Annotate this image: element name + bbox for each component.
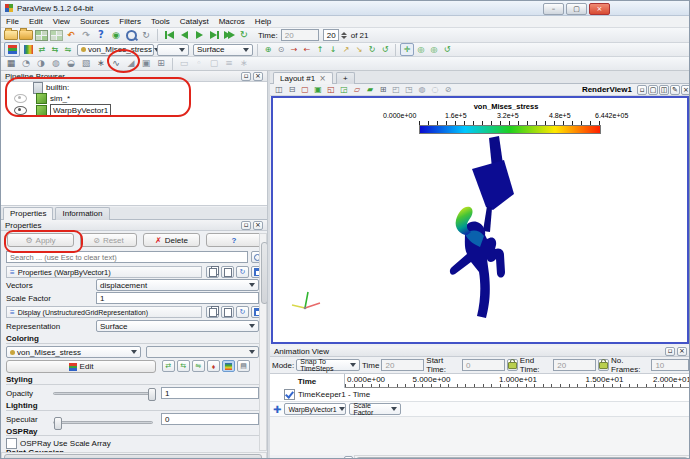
glyph-filter-icon[interactable]: ∗ [94, 57, 108, 70]
help-icon[interactable]: ? [94, 29, 108, 42]
reload-icon[interactable]: ↻ [139, 29, 153, 42]
choose-preset-icon[interactable]: ♦ [207, 360, 220, 372]
view-undock-icon[interactable]: ▫ [637, 85, 647, 95]
delete-button[interactable]: ✗Delete [143, 233, 200, 247]
view-minus-y-icon[interactable]: ↓ [327, 44, 339, 55]
view-close-icon[interactable]: × [681, 85, 690, 95]
paste-display-icon[interactable] [221, 306, 234, 318]
first-frame-button[interactable] [162, 29, 176, 42]
rescale-visible-icon[interactable]: ⇋ [192, 360, 205, 372]
tab-properties[interactable]: Properties [3, 207, 53, 220]
extract-subset-filter-icon[interactable]: ▧ [79, 57, 93, 70]
menu-file[interactable]: File [1, 16, 24, 28]
menu-help[interactable]: Help [250, 16, 276, 28]
copy-properties-icon[interactable] [206, 266, 219, 278]
view-minus-x-icon[interactable]: ← [301, 44, 313, 55]
specular-field[interactable]: 0 [161, 413, 259, 425]
menu-tools[interactable]: Tools [146, 16, 175, 28]
split-horizontal-icon[interactable]: ◫ [273, 84, 285, 95]
last-frame-button[interactable] [222, 29, 236, 42]
close-tab-icon[interactable]: × [319, 74, 326, 83]
frame-spin-arrows[interactable] [341, 32, 347, 39]
keyframe-property-combo[interactable]: Scale Factor [349, 403, 401, 415]
edit-colormap-button[interactable]: Edit [6, 360, 156, 373]
slice-filter-icon[interactable]: ◍ [49, 57, 63, 70]
select-polygon-cells-icon[interactable]: ▱ [351, 84, 363, 95]
pipeline-item-warpbyvector[interactable]: WarpByVector1 [1, 104, 267, 116]
group-datasets-filter-icon[interactable]: ▣ [139, 57, 153, 70]
render-view[interactable]: von_Mises_stress 0.000e+00 1.6e+5 3.2e+5… [271, 96, 689, 344]
extract-block-filter-icon[interactable]: ⊞ [154, 57, 168, 70]
close-panel-icon[interactable]: × [677, 347, 687, 356]
loop-button[interactable]: ↻ [237, 29, 251, 42]
undock-panel-icon[interactable]: ▫ [241, 221, 251, 230]
scroll-close-icon[interactable]: × [344, 456, 353, 459]
keyframe-source-combo[interactable]: WarpByVector1 [284, 403, 346, 415]
contour-filter-icon[interactable]: ◔ [19, 57, 33, 70]
color-component-combo[interactable] [157, 44, 189, 56]
reset-camera-icon[interactable]: ⊕ [262, 44, 274, 55]
auto-apply-icon[interactable]: ◉ [109, 29, 123, 42]
track-row-timekeeper[interactable]: TimeKeeper1 - Time [270, 388, 690, 402]
time-value-field[interactable]: 20 [281, 29, 319, 41]
menu-view[interactable]: View [48, 16, 75, 28]
stream-tracer-filter-icon[interactable]: ∿ [109, 57, 123, 70]
reset-defaults-icon[interactable]: ↻ [236, 266, 249, 278]
view-maximize-icon[interactable]: ▢ [648, 85, 658, 95]
color-map-editor-icon[interactable] [4, 42, 20, 57]
maximize-button[interactable]: ▢ [566, 3, 587, 15]
visibility-eye-icon[interactable] [14, 106, 27, 115]
menu-macros[interactable]: Macros [214, 16, 250, 28]
select-surface-points-icon[interactable]: ▣ [312, 84, 324, 95]
menu-sources[interactable]: Sources [75, 16, 114, 28]
calculator-filter-icon[interactable]: ▦ [4, 57, 18, 70]
interactive-select-icon[interactable]: ∗ [237, 57, 251, 70]
coloring-component-combo[interactable] [146, 346, 259, 358]
rotate-90-cw-icon[interactable]: ↻ [366, 44, 378, 55]
vectors-combo[interactable]: displacement [96, 279, 259, 291]
new-layout-tab[interactable]: + [336, 72, 355, 84]
interactive-select-cells-icon[interactable]: ◰ [390, 84, 402, 95]
view-plus-y-icon[interactable]: ↑ [314, 44, 326, 55]
specular-slider[interactable] [53, 421, 153, 424]
pipeline-item-sim[interactable]: sim_* [1, 93, 267, 104]
camera-link-icon[interactable]: ◎ [428, 44, 440, 55]
show-color-legend-icon[interactable] [222, 360, 235, 372]
save-data-icon[interactable] [19, 29, 33, 42]
properties-h-scrollbar[interactable] [1, 452, 267, 459]
add-track-icon[interactable]: ✚ [273, 404, 281, 415]
view-plus-z-icon[interactable]: ↗ [340, 44, 352, 55]
undock-panel-icon[interactable]: ▫ [665, 347, 675, 356]
close-panel-icon[interactable]: × [253, 221, 263, 230]
tab-information[interactable]: Information [55, 207, 109, 220]
select-surface-cells-icon[interactable]: ▢ [299, 84, 311, 95]
properties-group-header[interactable]: ≡ Properties (WarpByVector1) [6, 266, 202, 278]
frame-spinbox[interactable]: 20 [323, 29, 339, 41]
opacity-slider[interactable] [53, 392, 153, 395]
select-frustum-points-icon[interactable]: ◲ [338, 84, 350, 95]
lock-start-icon[interactable] [507, 359, 518, 371]
clear-selection-icon[interactable]: ⊘ [442, 84, 454, 95]
view-split-icon[interactable]: ◫ [659, 85, 669, 95]
rescale-custom-icon[interactable]: ⇆ [177, 360, 190, 372]
pipeline-item-rename-box[interactable]: WarpByVector1 [50, 104, 111, 116]
coloring-array-combo[interactable]: von_Mises_stress [6, 346, 141, 358]
properties-scrollbar[interactable] [259, 233, 267, 451]
rotate-90-ccw-icon[interactable]: ↺ [379, 44, 391, 55]
disconnect-server-icon[interactable] [49, 29, 63, 42]
anim-time-field[interactable]: 20 [381, 359, 424, 371]
edit-legend-properties-icon[interactable]: ▤ [237, 360, 250, 372]
rescale-data-range-icon[interactable]: ⇄ [36, 44, 48, 55]
color-array-combo[interactable]: von_Mises_stress [77, 44, 154, 56]
minimize-button[interactable]: – [543, 3, 564, 15]
select-block-icon[interactable]: ⊞ [377, 84, 389, 95]
apply-button[interactable]: ⚙Apply [7, 233, 74, 247]
menu-filters[interactable]: Filters [114, 16, 146, 28]
end-time-field[interactable]: 20 [553, 359, 596, 371]
undo-icon[interactable]: ↶ [64, 29, 78, 42]
select-frustum-cells-icon[interactable]: ◱ [325, 84, 337, 95]
rescale-custom-range-icon[interactable]: ⇆ [49, 44, 61, 55]
select-polygon-points-icon[interactable]: ▰ [364, 84, 376, 95]
copy-display-icon[interactable] [206, 306, 219, 318]
redo-icon[interactable]: ↷ [79, 29, 93, 42]
